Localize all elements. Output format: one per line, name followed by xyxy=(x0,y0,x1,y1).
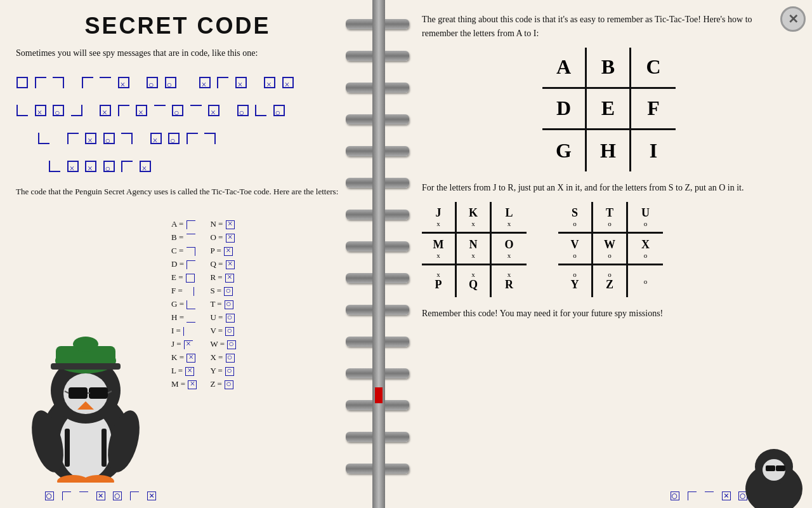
cell-m: M x xyxy=(422,234,457,265)
ttt-cell-a: A xyxy=(542,48,587,89)
description-text: The code that the Penguin Secret Agency … xyxy=(16,185,339,198)
bottom-left-code xyxy=(44,488,157,502)
sym xyxy=(264,77,275,88)
sym xyxy=(16,77,28,88)
sym xyxy=(172,105,183,116)
sym xyxy=(100,77,111,88)
cell-r: x R xyxy=(492,265,527,297)
sym xyxy=(121,133,133,144)
right-intro: The great thing about this code is that … xyxy=(422,13,777,41)
ttt-cell-i: I xyxy=(631,130,676,171)
svg-rect-18 xyxy=(65,429,70,467)
sym xyxy=(85,133,96,144)
code-col-left: A = B = C = D = E = F = G = H = I = J = … xyxy=(171,219,197,392)
agent-svg xyxy=(736,444,812,508)
code-row-e: E = xyxy=(171,272,197,283)
code-row-l: L = xyxy=(171,366,197,377)
code-row-q: Q = xyxy=(210,259,237,270)
sym xyxy=(71,105,82,116)
sym xyxy=(154,105,166,116)
code-row-u: U = xyxy=(210,312,237,323)
sym xyxy=(168,133,180,144)
code-row-j: J = xyxy=(171,339,197,350)
code-row-o: O = xyxy=(210,232,237,243)
sym xyxy=(190,105,202,116)
ttt-grid-abc: A B C D E F G H I xyxy=(542,48,676,171)
sym xyxy=(235,77,247,88)
ttt-cell-e: E xyxy=(587,89,631,130)
svg-rect-4 xyxy=(69,387,88,399)
right-page: The great thing about this code is that … xyxy=(406,0,812,508)
cell-u: U o xyxy=(628,202,663,234)
cell-t: T o xyxy=(593,202,628,234)
sym xyxy=(199,77,211,88)
sym xyxy=(103,133,115,144)
sym xyxy=(103,161,115,172)
sym xyxy=(255,105,266,116)
agent-figure xyxy=(736,444,812,508)
code-row-d: D = xyxy=(171,259,197,270)
sym xyxy=(118,77,129,88)
sym xyxy=(35,105,46,116)
penguin-character xyxy=(13,337,159,483)
book-spine xyxy=(352,0,406,508)
code-table: A = B = C = D = E = F = G = H = I = J = … xyxy=(171,219,237,392)
sym xyxy=(147,77,158,88)
cell-j: J x xyxy=(422,202,457,234)
svg-rect-24 xyxy=(776,465,785,471)
secondary-grids: J x K x L x M x N x O x xyxy=(422,202,796,297)
sym xyxy=(100,105,111,116)
cell-z: o Z xyxy=(593,265,628,297)
stu-grid: S o T o U o V o W o X o xyxy=(558,202,663,297)
sym xyxy=(217,77,228,88)
svg-rect-5 xyxy=(89,387,108,399)
code-row-n: N = xyxy=(210,219,237,230)
code-col-right: N = O = P = Q = R = S = T = U = V = W = … xyxy=(210,219,237,392)
penguin-svg xyxy=(13,337,159,483)
sym xyxy=(82,77,93,88)
sym xyxy=(140,161,151,172)
code-row-h: H = xyxy=(171,312,197,323)
svg-rect-19 xyxy=(102,429,107,467)
code-row-c: C = xyxy=(171,246,197,257)
sym xyxy=(208,105,219,116)
svg-rect-13 xyxy=(51,363,121,370)
sym xyxy=(136,105,147,116)
code-row-w: W = xyxy=(210,339,237,350)
sym xyxy=(187,133,198,144)
sym xyxy=(85,161,96,172)
code-row-b: B = xyxy=(171,232,197,243)
sym xyxy=(67,133,79,144)
ttt-cell-b: B xyxy=(587,48,631,89)
page-title: SECRET CODE xyxy=(16,13,339,39)
ttt-main-grid: A B C D E F G H I xyxy=(422,48,796,171)
svg-rect-23 xyxy=(766,465,775,471)
close-button[interactable]: ✕ xyxy=(780,6,806,32)
code-row-k: K = xyxy=(171,352,197,363)
sym xyxy=(273,105,285,116)
code-row-f: F = xyxy=(171,286,197,297)
sym xyxy=(118,105,129,116)
code-row-a: A = xyxy=(171,219,197,230)
cell-v: V o xyxy=(558,234,593,265)
sym xyxy=(16,105,28,116)
sym xyxy=(53,105,64,116)
code-row-t: T = xyxy=(210,299,237,310)
cell-n: N x xyxy=(457,234,492,265)
sym xyxy=(53,77,64,88)
encoded-message xyxy=(16,67,339,179)
cell-k: K x xyxy=(457,202,492,234)
sym xyxy=(121,161,133,172)
sym xyxy=(282,77,294,88)
ttt-cell-g: G xyxy=(542,130,587,171)
cell-y: o Y xyxy=(558,265,593,297)
cell-o: O x xyxy=(492,234,527,265)
sym xyxy=(49,161,60,172)
cell-l: L x xyxy=(492,202,527,234)
jkr-text: For the letters from J to R, just put an… xyxy=(422,181,796,194)
cell-q: x Q xyxy=(457,265,492,297)
code-row-i: I = xyxy=(171,326,197,337)
cell-empty: o xyxy=(628,265,663,297)
sym xyxy=(150,133,162,144)
cell-p: x P xyxy=(422,265,457,297)
